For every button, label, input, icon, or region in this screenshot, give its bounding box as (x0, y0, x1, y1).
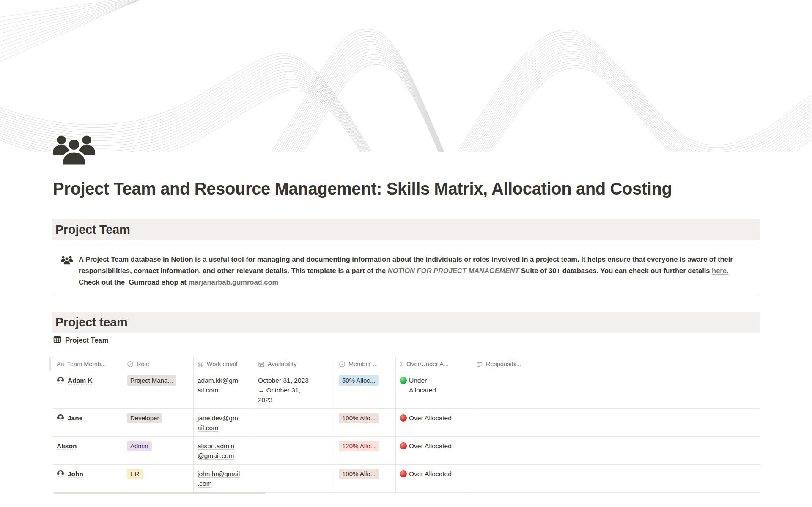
work-email-text: alison.admin @gmail.com (198, 442, 234, 459)
cell-over-under-allocation[interactable]: Over Allocated (396, 465, 472, 492)
role-tag: Developer (127, 413, 162, 423)
cell-responsibilities[interactable] (472, 371, 760, 408)
availability-dates: October 31, 2023 → October 31, 2023 (258, 377, 309, 403)
project-team-table: AaTeam Memb...Role@Work emailAvailabilit… (53, 357, 760, 493)
work-email-text: jane.dev@gm ail.com (198, 414, 238, 431)
table-grid-icon (53, 335, 61, 345)
cell-team-member[interactable]: Jane (53, 409, 123, 436)
table-row-john: JohnHRjohn.hr@gmail .com100% Allo...Over… (53, 465, 760, 493)
database-title-text: Project Team (65, 336, 108, 344)
role-tag: Admin (127, 441, 152, 451)
cell-over-under-allocation[interactable]: Over Allocated (396, 437, 472, 464)
work-email-text: john.hr@gmail .com (198, 470, 240, 487)
callout-text-segment: Suite of 30+ databases. You can check ou… (519, 267, 712, 274)
cell-over-under-allocation[interactable]: Under Allocated (396, 371, 472, 408)
status-dot-red (400, 442, 407, 449)
column-header-team-memb[interactable]: AaTeam Memb... (53, 357, 123, 371)
callout-link[interactable]: marjanarbab.gumroad.com (188, 278, 278, 286)
cell-member-allocation[interactable]: 100% Allo... (335, 465, 396, 492)
table-body: Adam KProject Mana...adam.kk@gm ail.comO… (53, 371, 760, 493)
person-icon (57, 470, 64, 480)
cell-member-allocation[interactable]: 50% Alloc... (335, 371, 396, 408)
cell-responsibilities[interactable] (472, 409, 760, 436)
cell-role[interactable]: Project Mana... (123, 371, 194, 408)
cell-responsibilities[interactable] (472, 437, 760, 464)
column-header-member[interactable]: Member ... (335, 357, 396, 371)
cell-availability[interactable]: October 31, 2023 → October 31, 2023 (254, 371, 335, 408)
column-header-label: Work email (207, 361, 237, 367)
team-member-name: Alison (57, 441, 77, 451)
section-heading-text: Project Team (55, 223, 130, 237)
cell-over-under-allocation[interactable]: Over Allocated (396, 409, 472, 436)
callout-text: A Project Team database in Notion is a u… (79, 254, 750, 288)
column-header-label: Responsibi... (486, 361, 521, 367)
cell-role[interactable]: HR (123, 465, 194, 492)
people-group-icon (52, 134, 96, 165)
section-heading-text: Project team (55, 315, 127, 329)
role-tag: HR (127, 469, 143, 479)
column-header-label: Team Memb... (67, 361, 106, 367)
people-group-icon (60, 255, 73, 266)
person-icon (57, 376, 64, 386)
cell-role[interactable]: Admin (123, 437, 194, 464)
cell-work-email[interactable]: jane.dev@gm ail.com (194, 409, 254, 436)
callout-link-notion-for-project-management[interactable]: NOTION FOR PROJECT MANAGEMENT (388, 267, 519, 274)
status-dot-red (400, 470, 407, 477)
status-dot-green (400, 377, 407, 384)
column-header-label: Over/Under A... (406, 361, 449, 367)
table-row-jane: JaneDeveloperjane.dev@gm ail.com100% All… (53, 409, 760, 437)
cell-team-member[interactable]: Alison (53, 437, 123, 464)
column-header-responsibi[interactable]: Responsibi... (472, 357, 760, 371)
column-header-work-email[interactable]: @Work email (194, 357, 254, 371)
wave-lines-art (0, 0, 812, 152)
allocation-status-text: Over Allocated (409, 441, 452, 451)
page-title: Project Team and Resource Management: Sk… (53, 179, 759, 198)
person-icon (57, 414, 64, 424)
cell-member-allocation[interactable]: 120% Allo... (335, 437, 396, 464)
cell-team-member[interactable]: John (53, 465, 123, 492)
column-header-over-under-a[interactable]: ΣOver/Under A... (396, 357, 472, 371)
cell-responsibilities[interactable] (472, 465, 760, 492)
column-header-availability[interactable]: Availability (254, 357, 335, 371)
member-allocation-tag: 100% Allo... (339, 469, 379, 479)
team-member-name: John (68, 469, 83, 479)
cell-work-email[interactable]: alison.admin @gmail.com (194, 437, 254, 464)
table-header-row: AaTeam Memb...Role@Work emailAvailabilit… (53, 357, 760, 371)
member-allocation-tag: 50% Alloc... (339, 375, 379, 386)
section-heading-project-team-lower: Project team (52, 312, 760, 333)
callout-link[interactable]: here. (712, 267, 728, 274)
team-member-name: Jane (68, 413, 82, 423)
column-header-role[interactable]: Role (123, 357, 194, 371)
column-header-label: Availability (268, 361, 296, 367)
table-row-alison: AlisonAdminalison.admin @gmail.com120% A… (53, 437, 760, 465)
table-horizontal-scrollbar[interactable] (54, 492, 265, 494)
column-header-label: Member ... (348, 361, 378, 367)
table-row-adam-k: Adam KProject Mana...adam.kk@gm ail.comO… (53, 371, 760, 409)
allocation-status-text: Under Allocated (409, 375, 436, 395)
column-header-label: Role (137, 361, 149, 367)
allocation-status-text: Over Allocated (409, 469, 452, 479)
page-icon-people-group[interactable] (52, 134, 96, 165)
cell-member-allocation[interactable]: 100% Allo... (335, 409, 396, 436)
section-heading-project-team: Project Team (52, 219, 760, 240)
cell-availability[interactable] (254, 409, 335, 436)
member-allocation-tag: 120% Allo... (339, 441, 379, 451)
cell-role[interactable]: Developer (123, 409, 194, 436)
callout-block: A Project Team database in Notion is a u… (53, 247, 759, 296)
status-dot-red (400, 414, 407, 422)
work-email-text: adam.kk@gm ail.com (198, 377, 238, 394)
allocation-status-text: Over Allocated (409, 413, 452, 423)
cell-work-email[interactable]: adam.kk@gm ail.com (194, 371, 254, 408)
database-title[interactable]: Project Team (53, 335, 108, 345)
role-tag: Project Mana... (127, 375, 176, 386)
member-allocation-tag: 100% Allo... (339, 413, 379, 423)
cover-image (0, 0, 812, 152)
cell-availability[interactable] (254, 437, 335, 464)
cell-availability[interactable] (254, 465, 335, 492)
cell-work-email[interactable]: john.hr@gmail .com (194, 465, 254, 492)
cell-team-member[interactable]: Adam K (53, 371, 123, 408)
team-member-name: Adam K (68, 375, 93, 385)
